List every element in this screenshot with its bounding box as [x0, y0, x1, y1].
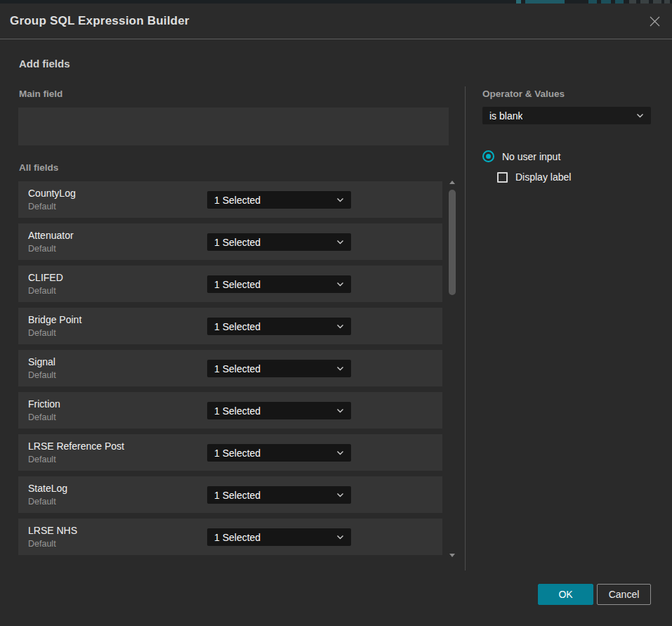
chevron-down-icon	[336, 450, 344, 455]
display-label-checkbox[interactable]: Display label	[497, 171, 571, 183]
all-fields-list: CountyLog Default 1 Selected Attenuator …	[18, 181, 442, 556]
field-name: Attenuator	[28, 230, 74, 241]
scrollbar-down-icon[interactable]	[449, 554, 455, 557]
chevron-down-icon	[336, 282, 344, 287]
field-row: LRSE NHS Default 1 Selected	[18, 519, 442, 555]
field-row: Attenuator Default 1 Selected	[18, 223, 442, 260]
scrollbar-thumb[interactable]	[449, 190, 456, 295]
field-subtitle: Default	[28, 412, 56, 422]
field-selection-select[interactable]: 1 Selected	[207, 275, 351, 293]
field-name: LRSE Reference Post	[28, 441, 124, 452]
field-subtitle: Default	[28, 539, 56, 549]
field-selection-value: 1 Selected	[214, 532, 261, 543]
all-fields-label: All fields	[19, 162, 58, 173]
field-selection-select[interactable]: 1 Selected	[207, 486, 351, 504]
field-name: Bridge Point	[28, 314, 81, 325]
chevron-down-icon	[336, 493, 344, 497]
chevron-down-icon	[336, 366, 344, 371]
no-user-input-radio[interactable]: No user input	[482, 150, 560, 162]
close-icon	[649, 15, 661, 27]
field-selection-value: 1 Selected	[214, 490, 261, 501]
field-selection-value: 1 Selected	[214, 279, 261, 290]
field-selection-value: 1 Selected	[214, 237, 261, 248]
close-button[interactable]	[645, 12, 664, 30]
field-selection-select[interactable]: 1 Selected	[207, 360, 351, 377]
main-field-panel: CountyLog | Default From Date	[18, 107, 449, 145]
dialog-title: Group SQL Expression Builder	[10, 4, 190, 39]
cancel-button[interactable]: Cancel	[597, 584, 651, 605]
field-subtitle: Default	[28, 370, 56, 380]
field-selection-value: 1 Selected	[214, 195, 261, 206]
add-fields-heading: Add fields	[19, 58, 70, 70]
field-selection-value: 1 Selected	[214, 321, 261, 332]
radio-checked-icon	[482, 150, 494, 162]
field-name: StateLog	[28, 483, 67, 494]
screen: Group SQL Expression Builder Add fields …	[0, 0, 672, 626]
dialog-header: Group SQL Expression Builder	[0, 4, 672, 39]
field-selection-select[interactable]: 1 Selected	[207, 233, 351, 251]
chevron-down-icon	[336, 408, 344, 413]
chevron-down-icon	[336, 197, 344, 202]
chevron-down-icon	[336, 240, 344, 244]
field-selection-select[interactable]: 1 Selected	[207, 191, 351, 209]
chevron-down-icon	[336, 535, 344, 540]
operator-select-value: is blank	[489, 110, 522, 122]
field-selection-select[interactable]: 1 Selected	[207, 444, 351, 462]
panel-divider	[465, 86, 466, 570]
field-row: Bridge Point Default 1 Selected	[18, 308, 442, 344]
field-subtitle: Default	[28, 202, 56, 211]
chevron-down-icon	[636, 113, 644, 118]
field-name: LRSE NHS	[28, 525, 77, 536]
field-subtitle: Default	[28, 244, 56, 254]
checkbox-unchecked-icon	[497, 172, 508, 183]
field-selection-value: 1 Selected	[214, 448, 261, 459]
field-name: Signal	[28, 356, 55, 367]
field-selection-select[interactable]: 1 Selected	[207, 402, 351, 419]
field-name: CLIFED	[28, 272, 63, 283]
field-selection-value: 1 Selected	[214, 405, 261, 417]
ok-button[interactable]: OK	[538, 584, 593, 605]
field-row: LRSE Reference Post Default 1 Selected	[18, 434, 442, 471]
field-name: Friction	[28, 398, 60, 410]
field-row: Friction Default 1 Selected	[18, 392, 442, 429]
field-selection-select[interactable]: 1 Selected	[207, 528, 351, 546]
display-label-label: Display label	[515, 171, 571, 183]
chevron-down-icon	[336, 324, 344, 329]
operator-values-label: Operator & Values	[482, 89, 565, 99]
scrollbar-up-icon[interactable]	[449, 181, 455, 184]
field-name: CountyLog	[28, 188, 76, 199]
field-row: CLIFED Default 1 Selected	[18, 266, 442, 302]
field-selection-value: 1 Selected	[214, 363, 261, 374]
field-row: CountyLog Default 1 Selected	[18, 181, 442, 218]
field-row: StateLog Default 1 Selected	[18, 476, 442, 513]
no-user-input-label: No user input	[502, 151, 560, 162]
field-subtitle: Default	[28, 497, 56, 507]
field-subtitle: Default	[28, 286, 56, 296]
main-field-label: Main field	[19, 89, 62, 99]
operator-select[interactable]: is blank	[482, 107, 651, 124]
field-subtitle: Default	[28, 455, 56, 464]
field-subtitle: Default	[28, 328, 56, 338]
field-selection-select[interactable]: 1 Selected	[207, 318, 351, 335]
field-row: Signal Default 1 Selected	[18, 350, 442, 386]
